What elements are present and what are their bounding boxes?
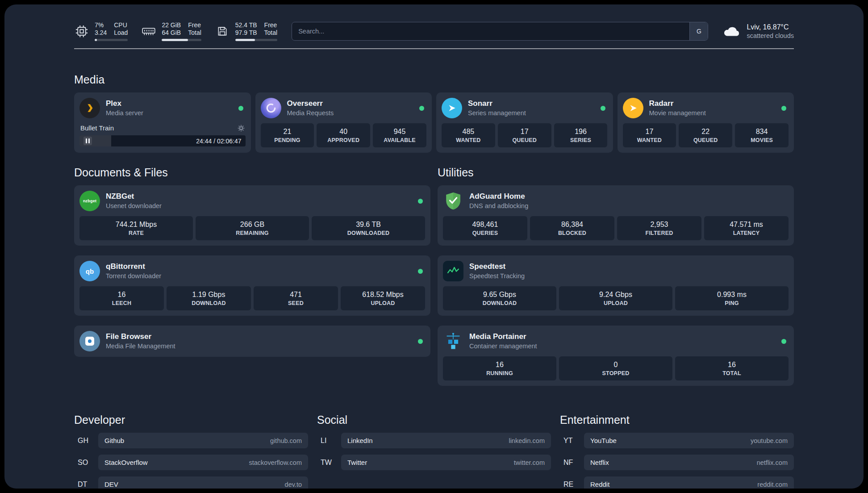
service-stats: 17WANTED22QUEUED834MOVIES (623, 123, 789, 147)
service-name: Overseerr (287, 99, 334, 109)
status-dot (418, 339, 423, 344)
weather-widget[interactable]: Lviv, 16.87°C scattered clouds (722, 23, 794, 39)
bookmark-name: YouTube (590, 437, 617, 444)
stat-tile: 0.993 msPING (675, 286, 789, 310)
service-stats: 485WANTED17QUEUED196SERIES (442, 123, 608, 147)
status-dot (419, 106, 424, 111)
search-engine-button[interactable]: G (689, 22, 708, 40)
service-card-plex[interactable]: PlexMedia serverBullet Train24:44 / 02:0… (74, 92, 251, 153)
qbittorrent-icon: qb (79, 261, 100, 281)
playback-time: 24:44 / 02:06:47 (196, 138, 241, 145)
bookmark-name: Github (104, 437, 124, 444)
bookmark-link-github[interactable]: Githubgithub.com (98, 433, 308, 448)
bookmark-group-developer: DeveloperGHGithubgithub.comSOStackOverfl… (74, 414, 308, 489)
bookmark-abbr: YT (560, 437, 584, 445)
stat-value: 47.571 ms (706, 221, 787, 229)
service-name: Speedtest (469, 262, 525, 272)
plex-icon (79, 98, 100, 118)
stat-tile: 9.24 GbpsUPLOAD (559, 286, 672, 310)
stat-tile: 0STOPPED (559, 356, 672, 380)
bookmark-group-title: Developer (74, 414, 308, 426)
service-description: Media File Management (106, 342, 175, 350)
stat-value: 0 (561, 361, 671, 369)
service-card-qbittorrent[interactable]: qbqBittorrentTorrent downloader16LEECH1.… (74, 255, 430, 316)
stat-value: 21 (263, 128, 313, 136)
stat-tile: 485WANTED (442, 123, 495, 147)
service-name: Plex (106, 99, 143, 109)
service-card-overseerr[interactable]: OverseerrMedia Requests21PENDING40APPROV… (255, 92, 432, 153)
stat-tile: 498,461QUERIES (443, 216, 527, 240)
stat-value: 2,953 (619, 221, 700, 229)
service-text: OverseerrMedia Requests (287, 99, 334, 117)
stat-label: PENDING (263, 137, 313, 143)
stat-label: STOPPED (561, 370, 671, 376)
service-card-speedtest[interactable]: SpeedtestSpeedtest Tracking9.65 GbpsDOWN… (438, 255, 794, 316)
stat-tile: 86,384BLOCKED (530, 216, 614, 240)
topbar: 7% CPU 3.24 Load (74, 21, 794, 41)
service-card-sonarr[interactable]: SonarrSeries management485WANTED17QUEUED… (436, 92, 613, 153)
service-description: Torrent downloader (106, 272, 161, 280)
bookmark-abbr: GH (74, 437, 98, 445)
stat-tile: 618.52 MbpsUPLOAD (341, 286, 425, 310)
stat-value: 485 (443, 128, 493, 136)
service-card-radarr[interactable]: RadarrMovie management17WANTED22QUEUED83… (618, 92, 794, 153)
bookmark-row: YTYouTubeyoutube.com (560, 433, 794, 448)
service-card-nzbget[interactable]: nzbgetNZBGetUsenet downloader744.21 Mbps… (74, 185, 430, 246)
weather-location: Lviv, 16.87°C (747, 23, 794, 31)
pause-button[interactable] (83, 137, 92, 145)
service-text: PlexMedia server (106, 99, 143, 117)
status-dot (781, 106, 786, 111)
stat-tile: 9.65 GbpsDOWNLOAD (443, 286, 556, 310)
stat-tile: 22QUEUED (679, 123, 732, 147)
status-dot (418, 199, 423, 204)
stat-tile: 2,953FILTERED (617, 216, 701, 240)
gear-icon[interactable] (238, 125, 245, 132)
bookmark-row: GHGithubgithub.com (74, 433, 308, 448)
bookmark-url: stackoverflow.com (249, 459, 302, 466)
middle-columns: Documents & Files nzbgetNZBGetUsenet dow… (74, 166, 794, 386)
section-media: Media PlexMedia serverBullet Train24:44 … (74, 73, 794, 153)
stat-value: 16 (445, 361, 555, 369)
stat-label: DOWNLOADED (313, 230, 423, 236)
bookmark-url: reddit.com (757, 481, 788, 488)
service-text: qBittorrentTorrent downloader (106, 262, 161, 280)
service-text: AdGuard HomeDNS and adblocking (469, 192, 528, 210)
service-text: Media PortainerContainer management (469, 332, 537, 350)
bookmark-row: LILinkedInlinkedin.com (317, 433, 551, 448)
disk-free-label: Free (264, 21, 278, 29)
bookmark-abbr: RE (560, 480, 584, 489)
stat-value: 196 (556, 128, 606, 136)
utilities-cards: AdGuard HomeDNS and adblocking498,461QUE… (438, 185, 794, 386)
service-card-header: SpeedtestSpeedtest Tracking (443, 261, 789, 281)
bookmark-link-dev[interactable]: DEVdev.to (98, 476, 308, 489)
service-card-header: Media PortainerContainer management (443, 331, 789, 351)
service-card-adguard[interactable]: AdGuard HomeDNS and adblocking498,461QUE… (438, 185, 794, 246)
stat-label: REMAINING (197, 230, 307, 236)
now-playing-row: Bullet Train (79, 124, 246, 132)
bookmark-abbr: SO (74, 459, 98, 467)
stat-value: 834 (737, 128, 787, 136)
bookmark-link-reddit[interactable]: Redditreddit.com (584, 476, 794, 489)
status-dot (238, 106, 243, 111)
bookmark-name: Twitter (347, 459, 367, 466)
service-card-portainer[interactable]: Media PortainerContainer management16RUN… (438, 326, 794, 386)
bookmark-link-stackoverflow[interactable]: StackOverflowstackoverflow.com (98, 455, 308, 470)
service-card-header: File BrowserMedia File Management (79, 331, 425, 351)
bookmark-url: youtube.com (751, 437, 788, 444)
service-card-filebrowser[interactable]: File BrowserMedia File Management (74, 326, 430, 357)
stat-label: UPLOAD (342, 300, 423, 306)
cpu-label: CPU (114, 21, 128, 29)
bookmark-row: TWTwittertwitter.com (317, 455, 551, 470)
bookmark-link-twitter[interactable]: Twittertwitter.com (341, 455, 551, 470)
search-input[interactable] (292, 22, 689, 40)
dashboard-panel: 7% CPU 3.24 Load (4, 4, 864, 489)
cpu-load-value: 3.24 (95, 29, 107, 37)
bookmark-link-youtube[interactable]: YouTubeyoutube.com (584, 433, 794, 448)
bookmark-link-linkedin[interactable]: LinkedInlinkedin.com (341, 433, 551, 448)
stat-label: AVAILABLE (375, 137, 425, 143)
bookmark-link-netflix[interactable]: Netflixnetflix.com (584, 455, 794, 470)
stat-label: QUEUED (500, 137, 550, 143)
service-card-header: qbqBittorrentTorrent downloader (79, 261, 425, 281)
service-text: NZBGetUsenet downloader (106, 192, 162, 210)
section-utilities: Utilities AdGuard HomeDNS and adblocking… (438, 166, 794, 386)
